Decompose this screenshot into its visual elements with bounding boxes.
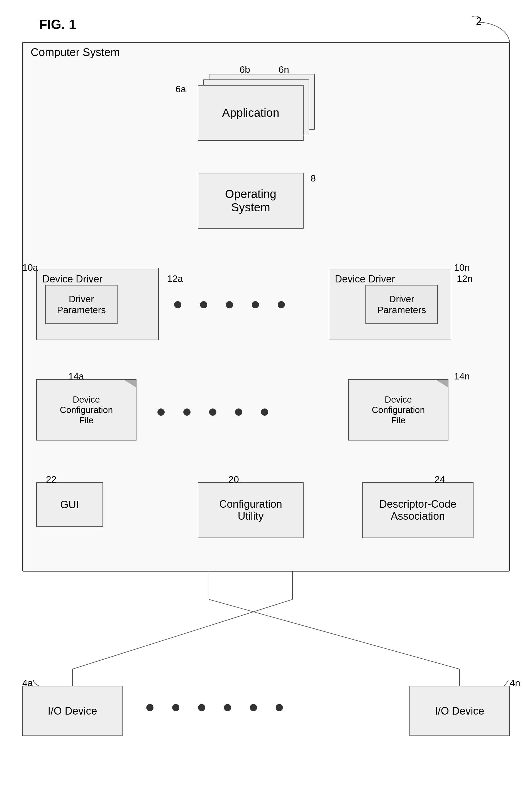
io-device-left: I/O Device [22, 686, 122, 736]
ref-10n: 10n [454, 262, 470, 273]
config-file-right-label: Device Configuration File [359, 395, 437, 425]
ref-4a: 4a [22, 678, 33, 689]
ref-20: 20 [228, 474, 239, 485]
driver-params-left-label: Driver Parameters [57, 294, 106, 315]
os-box: Operating System [198, 173, 304, 228]
application-box: Application [198, 85, 304, 141]
svg-line-10 [72, 600, 292, 669]
config-file-left-label: Device Configuration File [48, 395, 125, 425]
ref-6n: 6n [279, 64, 289, 75]
device-driver-left-label: Device Driver [42, 273, 102, 285]
device-driver-left: Device Driver Driver Parameters [36, 268, 159, 340]
driver-params-left: Driver Parameters [45, 285, 117, 324]
ref-6b: 6b [240, 64, 250, 75]
os-label: Operating System [225, 187, 276, 214]
driver-params-right: Driver Parameters [365, 285, 438, 324]
svg-line-7 [209, 600, 460, 669]
dots-driver-row: ● ● ● ● ● [173, 294, 292, 313]
page: FIG. 1 2 Computer System Application 6b … [0, 0, 532, 789]
config-util-box: Configuration Utility [198, 482, 304, 538]
ref-14n: 14n [454, 371, 470, 382]
device-driver-right-label: Device Driver [335, 273, 395, 285]
ref-4n: 4n [510, 678, 520, 689]
ref-10a: 10a [22, 262, 38, 273]
computer-system-label: Computer System [31, 46, 120, 58]
driver-params-right-label: Driver Parameters [377, 294, 426, 315]
ref-12a: 12a [167, 273, 183, 284]
config-util-label: Configuration Utility [219, 498, 282, 522]
figure-label: FIG. 1 [39, 17, 76, 32]
ref-2: 2 [476, 15, 482, 27]
ref-12n: 12n [457, 273, 473, 284]
dots-config-row: ● ● ● ● ● [156, 402, 275, 421]
ref-24: 24 [435, 474, 445, 485]
io-device-right: I/O Device [410, 686, 510, 736]
config-file-right-body: Device Configuration File [348, 379, 449, 440]
ref-22: 22 [46, 474, 57, 485]
config-file-left-body: Device Configuration File [36, 379, 136, 440]
ref-6a: 6a [175, 84, 186, 94]
device-driver-right: Device Driver Driver Parameters [329, 268, 451, 340]
descriptor-box: Descriptor-Code Association [362, 482, 474, 538]
ref-8: 8 [310, 173, 316, 184]
dots-io-row: ● ● ● ● ● ● [145, 697, 290, 716]
gui-box: GUI [36, 482, 103, 527]
descriptor-label: Descriptor-Code Association [379, 498, 457, 522]
ref-14a: 14a [68, 371, 84, 382]
